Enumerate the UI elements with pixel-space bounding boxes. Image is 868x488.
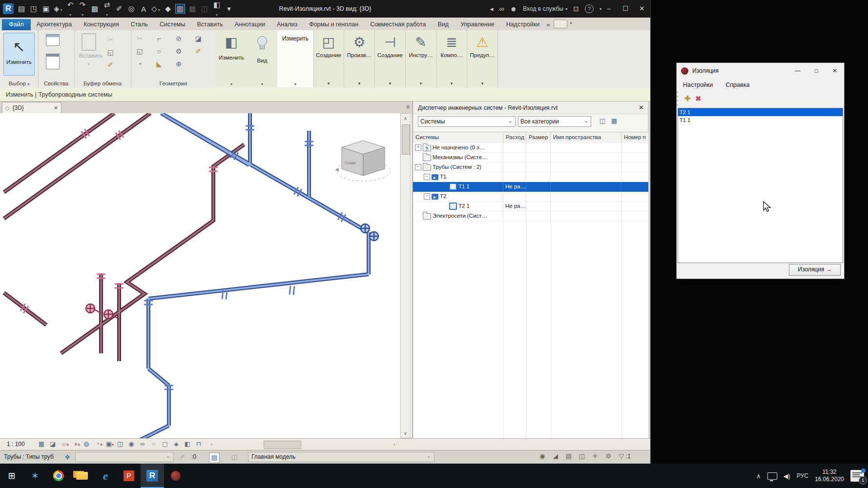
drawing-area[interactable]: Сзади ∧ ∨ <box>0 113 412 438</box>
tab-insert[interactable]: Вставить <box>191 19 228 30</box>
close-hidden-windows-icon[interactable]: ◫ <box>200 4 209 13</box>
table-row[interactable]: T2 1 Не ра… <box>413 202 648 211</box>
taskbar-clock[interactable]: 11:32 16.06.2020 <box>815 468 844 483</box>
isolate-button[interactable]: Изоляция → <box>789 264 841 276</box>
panel-measure-drop[interactable]: ▾ <box>294 82 296 86</box>
dimension-icon[interactable]: ⇄ <box>103 0 111 18</box>
scale-button[interactable]: 1 : 100 <box>4 440 28 448</box>
tab-manage[interactable]: Управление <box>455 19 500 30</box>
crop-view-icon[interactable]: ▣ <box>104 440 113 448</box>
create-system-button[interactable]: ◰ Создание ▾ <box>313 30 344 87</box>
type-properties-icon[interactable] <box>46 54 60 69</box>
modify-pill-icon[interactable] <box>554 20 567 28</box>
tab-massing-site[interactable]: Формы и генплан <box>303 19 364 30</box>
select-pinned-icon[interactable]: ▤ <box>564 452 573 461</box>
notification-center-icon[interactable]: 1 <box>850 470 864 482</box>
isolation-close-button[interactable]: ✕ <box>826 63 844 79</box>
type-selector[interactable] <box>75 452 174 462</box>
close-inactive-icon[interactable]: ▩ <box>188 4 197 13</box>
tab-annotate[interactable]: Аннотации <box>228 19 270 30</box>
tree-expander[interactable] <box>424 174 430 180</box>
switch-windows-icon[interactable]: ◧ <box>212 0 221 18</box>
print-icon[interactable]: ▦ <box>90 4 99 13</box>
temporary-hide-isolate-icon[interactable]: ∞ <box>138 440 147 448</box>
tab-structure[interactable]: Конструкция <box>78 19 125 30</box>
table-row[interactable]: T1 <box>413 172 648 182</box>
tab-steel[interactable]: Сталь <box>125 19 154 30</box>
displacement-icon[interactable]: ◧ <box>183 440 192 448</box>
save-icon[interactable]: ▣ <box>41 4 50 13</box>
customize-qat-icon[interactable]: ▾ <box>225 4 233 13</box>
scroll-up-icon[interactable]: ∧ <box>401 116 410 121</box>
tree-expander[interactable] <box>415 144 421 151</box>
iso-menu-help[interactable]: Справка <box>725 81 749 88</box>
revit-logo[interactable]: R <box>3 3 14 14</box>
rendering-icon[interactable]: ◍ <box>82 440 91 448</box>
isolation-minimize-button[interactable]: — <box>788 63 807 79</box>
network-display-icon[interactable] <box>767 472 777 480</box>
help-icon[interactable]: ? <box>585 4 594 13</box>
hidden-icons-chevron[interactable]: ∧ <box>756 472 761 480</box>
column-header[interactable]: Имя пространства <box>551 132 621 143</box>
file-tabs-icon[interactable]: ▤ <box>17 4 26 13</box>
properties-icon[interactable] <box>46 34 60 46</box>
thin-lines-icon[interactable]: ▥ <box>176 4 185 13</box>
section-icon[interactable]: ◆ <box>164 4 172 13</box>
tab-analyze[interactable]: Анализ <box>271 19 303 30</box>
join-icon[interactable]: ⊘ <box>173 33 185 44</box>
align-icon[interactable]: ⚙ <box>173 46 185 57</box>
tab-view[interactable]: Вид <box>432 19 455 30</box>
design-options-icon[interactable]: ◫ <box>229 452 239 462</box>
open-icon[interactable]: ◳ <box>29 4 38 13</box>
canvas-hscroll-thumb[interactable] <box>264 441 301 449</box>
measure-icon[interactable]: ✐ <box>115 4 124 13</box>
start-button[interactable]: ⊞ <box>0 464 23 488</box>
select-links-icon[interactable]: ◉ <box>538 452 547 461</box>
detail-level-icon[interactable]: ▦ <box>37 440 46 448</box>
transfer-standards-icon[interactable]: ◈ <box>54 4 62 13</box>
modify-system-icon[interactable]: ◧ <box>216 34 247 50</box>
canvas-hscroll-right-icon[interactable]: › <box>393 442 395 447</box>
reveal-hidden-icon[interactable]: ○ <box>149 440 158 448</box>
column-header[interactable]: Номер п <box>621 132 648 143</box>
temporary-view-properties-icon[interactable]: ▢ <box>161 440 169 448</box>
panel-view-drop[interactable]: ▾ <box>261 82 263 86</box>
system-browser-title[interactable]: Диспетчер инженерных систем - Revit-Изол… <box>413 102 648 114</box>
cut-icon[interactable]: ✂ <box>134 33 145 44</box>
app-store-cart-icon[interactable]: ⊡ <box>573 5 579 13</box>
selection-filter-button[interactable]: ▽ :1 <box>617 452 631 461</box>
constraints-icon[interactable]: ⊓ <box>194 440 203 448</box>
shadows-icon[interactable]: ◑ <box>71 440 80 448</box>
list-item[interactable]: T2 1 <box>678 108 843 116</box>
tab-addins[interactable]: Надстройки <box>500 19 546 30</box>
isolation-system-list[interactable]: T2 1T1 1 <box>678 108 843 263</box>
column-header[interactable]: Системы <box>413 132 503 143</box>
demolish-icon[interactable]: ⊕ <box>173 59 185 69</box>
browser-columns-icon[interactable]: ▦ <box>609 116 619 126</box>
taskbar-app-revit[interactable] <box>141 464 164 488</box>
panel-modify2-drop[interactable]: ▾ <box>230 82 232 86</box>
copy-icon[interactable]: ◱ <box>134 46 145 57</box>
cope-icon[interactable]: ⌐ <box>153 33 165 44</box>
visual-style-icon[interactable]: ◪ <box>48 440 57 448</box>
layout-button[interactable]: ≣ Компо… ▾ <box>436 30 467 87</box>
paint-icon[interactable]: ◪ <box>192 33 204 44</box>
cut-small-icon[interactable]: ✂ <box>104 34 116 45</box>
modify-button[interactable]: ↖ Изменить <box>3 33 35 76</box>
fabrication-button[interactable]: ⚙ Произв… ▾ <box>344 30 375 87</box>
tag-icon[interactable]: ◎ <box>127 4 136 13</box>
remove-system-icon[interactable]: ✖ <box>696 95 702 102</box>
edit-icon[interactable]: ◣ <box>153 59 165 69</box>
lock-3d-view-icon[interactable]: ◉ <box>127 440 136 448</box>
table-row[interactable]: Не назначено (0 э… <box>413 143 648 153</box>
views-nav-back-icon[interactable]: ◂ <box>490 5 493 13</box>
worksets-icon[interactable]: ▤ <box>209 452 220 463</box>
background-process-icon[interactable]: ⚙ <box>604 452 613 461</box>
select-by-face-icon[interactable]: ◫ <box>578 452 586 461</box>
sign-in-button[interactable]: Вход в службы▾ <box>523 5 567 12</box>
account-icon[interactable]: ☻ <box>510 5 517 13</box>
design-option-select[interactable]: Главная модель <box>248 452 434 462</box>
tab-architecture[interactable]: Архитектура <box>31 19 78 30</box>
taskbar-app-edge[interactable]: e <box>94 464 117 488</box>
close-button[interactable]: ✕ <box>634 0 650 18</box>
